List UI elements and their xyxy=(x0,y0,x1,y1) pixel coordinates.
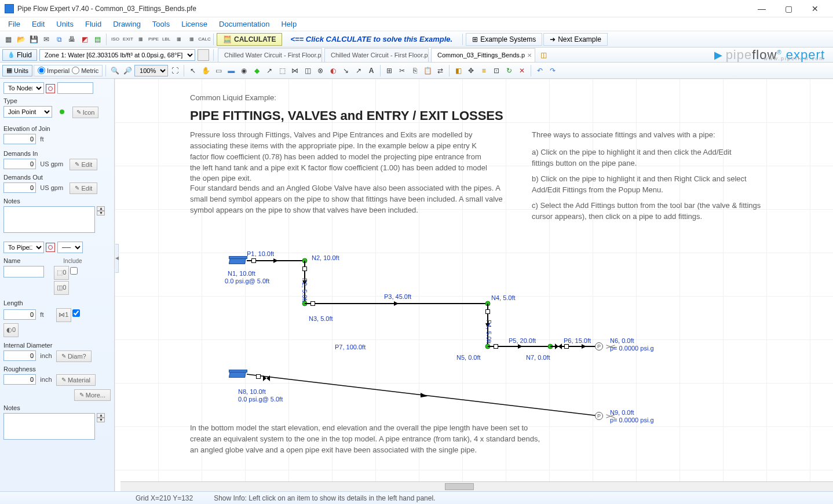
include-check-1[interactable] xyxy=(70,267,78,275)
zoom-fit-icon[interactable]: ⛶ xyxy=(169,65,181,76)
paste-icon[interactable]: 📋 xyxy=(422,65,433,76)
target-icon[interactable] xyxy=(46,84,55,93)
notes-textarea[interactable] xyxy=(3,206,95,233)
imperial-radio[interactable]: Imperial xyxy=(38,67,70,74)
screens-icon[interactable]: ⧉ xyxy=(53,34,65,45)
undo-icon[interactable]: ↶ xyxy=(534,65,546,76)
metric-radio-input[interactable] xyxy=(72,67,79,74)
notes2-textarea[interactable] xyxy=(3,413,95,440)
length-input[interactable] xyxy=(3,309,36,320)
redo-icon[interactable]: ↷ xyxy=(547,65,558,76)
more-button[interactable]: More... xyxy=(74,389,111,401)
diameter-button[interactable]: Diam? xyxy=(56,350,92,362)
document-tab-2[interactable]: Common_03_Fittings_Bends.p✕ xyxy=(431,48,535,62)
pan-icon[interactable]: ✋ xyxy=(200,65,211,76)
pipe-tool-icon[interactable]: ↗ xyxy=(264,65,275,76)
tank-tool-icon[interactable]: ▬ xyxy=(225,65,237,76)
demands-in-edit-button[interactable]: Edit xyxy=(70,159,97,170)
menu-fluid[interactable]: Fluid xyxy=(79,19,107,30)
drawing-canvas[interactable]: Common Liquid Example: PIPE FITTINGS, VA… xyxy=(115,79,833,491)
label-icon[interactable]: LBL xyxy=(160,34,172,45)
node-id-input[interactable] xyxy=(57,82,93,94)
valve-count-button[interactable]: ⋈1 xyxy=(56,308,71,322)
metric-radio[interactable]: Metric xyxy=(72,67,98,74)
excel-icon[interactable]: ▤ xyxy=(92,34,103,45)
document-tab-0[interactable]: Chilled Water Circuit - First Floor.p xyxy=(218,48,322,62)
menu-license[interactable]: License xyxy=(176,19,213,30)
text-tool-icon[interactable]: A xyxy=(366,65,377,76)
move-icon[interactable]: ✥ xyxy=(465,65,477,76)
open-icon[interactable]: 📂 xyxy=(15,34,27,45)
demand-tool-icon[interactable]: ↘ xyxy=(340,65,352,76)
name-input[interactable] xyxy=(3,266,44,277)
elevation-input[interactable] xyxy=(3,134,36,144)
valve-tool-icon[interactable]: ⋈ xyxy=(289,65,301,76)
fitting-count-button[interactable]: ⬚0 xyxy=(54,266,69,280)
to-node-select[interactable]: To Node□ xyxy=(3,82,44,94)
line-style-select[interactable]: ── xyxy=(57,242,83,253)
iso-icon[interactable]: ISO xyxy=(109,34,121,45)
menu-documentation[interactable]: Documentation xyxy=(213,19,275,30)
tank-n1[interactable] xyxy=(229,257,246,264)
notes2-spinner[interactable]: ▲▼ xyxy=(97,413,105,422)
close-tab-icon[interactable]: ✕ xyxy=(527,52,532,59)
cut-icon[interactable]: ✂ xyxy=(396,65,408,76)
pump-tool-icon[interactable]: ◐ xyxy=(327,65,339,76)
diameter-input[interactable] xyxy=(3,350,36,361)
end-tool-icon[interactable]: ◉ xyxy=(238,65,250,76)
pipe-p7[interactable] xyxy=(247,372,600,418)
join-tool-icon[interactable]: ◆ xyxy=(251,65,262,76)
menu-tools[interactable]: Tools xyxy=(147,19,176,30)
icon-button[interactable]: Icon xyxy=(72,107,99,118)
include-check-2[interactable] xyxy=(72,309,80,317)
tank-n8[interactable] xyxy=(229,371,246,378)
imperial-radio-input[interactable] xyxy=(38,67,45,74)
rotate-icon[interactable]: ↻ xyxy=(503,65,515,76)
fluid-button[interactable]: Fluid xyxy=(2,49,37,61)
select-area-icon[interactable]: ▭ xyxy=(213,65,224,76)
save-icon[interactable]: 💾 xyxy=(28,34,39,45)
zone-select[interactable]: Zone 1: Water [62.303105 lb/ft³ at 0.0ps… xyxy=(39,49,195,61)
email-icon[interactable]: ✉ xyxy=(41,34,52,45)
notes-spinner[interactable]: ▲▼ xyxy=(97,206,105,216)
exit-icon[interactable]: EXIT xyxy=(122,34,134,45)
copy-icon[interactable]: ⎘ xyxy=(409,65,421,76)
new-icon[interactable]: ▦ xyxy=(2,34,14,45)
component-count-button[interactable]: ◫0 xyxy=(54,281,69,295)
maximize-button[interactable]: ▢ xyxy=(775,0,802,17)
print-icon[interactable]: 🖶 xyxy=(66,34,78,45)
component-tool-icon[interactable]: ◫ xyxy=(302,65,313,76)
example-systems-button[interactable]: ⊞Example Systems xyxy=(466,33,542,46)
document-tab-1[interactable]: Chilled Water Circuit - First Floor.p xyxy=(324,48,429,62)
menu-units[interactable]: Units xyxy=(50,19,79,30)
calc-icon[interactable]: CALC xyxy=(199,34,210,45)
zone-color-icon[interactable] xyxy=(198,49,209,61)
menu-file[interactable]: File xyxy=(2,19,26,30)
fitting-tool-icon[interactable]: ⬚ xyxy=(276,65,288,76)
zoom-select[interactable]: 100% xyxy=(134,65,168,76)
demands-in-input[interactable] xyxy=(3,159,36,169)
units-button[interactable]: ▦Units xyxy=(2,65,32,76)
grid-icon[interactable]: ▦ xyxy=(135,34,147,45)
minimize-button[interactable]: — xyxy=(748,0,775,17)
color-icon[interactable]: ◧ xyxy=(452,65,464,76)
type-select[interactable]: Join Point xyxy=(3,106,52,118)
demand2-tool-icon[interactable]: ↗ xyxy=(353,65,364,76)
menu-help[interactable]: Help xyxy=(275,19,302,30)
next-example-button[interactable]: ➜Next Example xyxy=(543,33,608,46)
layer1-icon[interactable]: ▦ xyxy=(173,34,185,45)
mirror-icon[interactable]: ⇄ xyxy=(434,65,446,76)
close-button[interactable]: ✕ xyxy=(802,0,828,17)
to-pipe-select[interactable]: To Pipe□ xyxy=(3,242,44,253)
zoom-out-icon[interactable]: 🔍 xyxy=(109,65,120,76)
group-icon[interactable]: ⊡ xyxy=(491,65,502,76)
menu-edit[interactable]: Edit xyxy=(26,19,50,30)
pump-count-button[interactable]: ◐0 xyxy=(3,323,19,337)
control-tool-icon[interactable]: ⊗ xyxy=(315,65,326,76)
pdf-icon[interactable]: ◩ xyxy=(79,34,90,45)
pointer-icon[interactable]: ↖ xyxy=(187,65,199,76)
zoom-in-icon[interactable]: 🔎 xyxy=(122,65,133,76)
calculate-button[interactable]: CALCULATE xyxy=(217,33,282,46)
roughness-input[interactable] xyxy=(3,374,36,385)
layer2-icon[interactable]: ▦ xyxy=(186,34,198,45)
